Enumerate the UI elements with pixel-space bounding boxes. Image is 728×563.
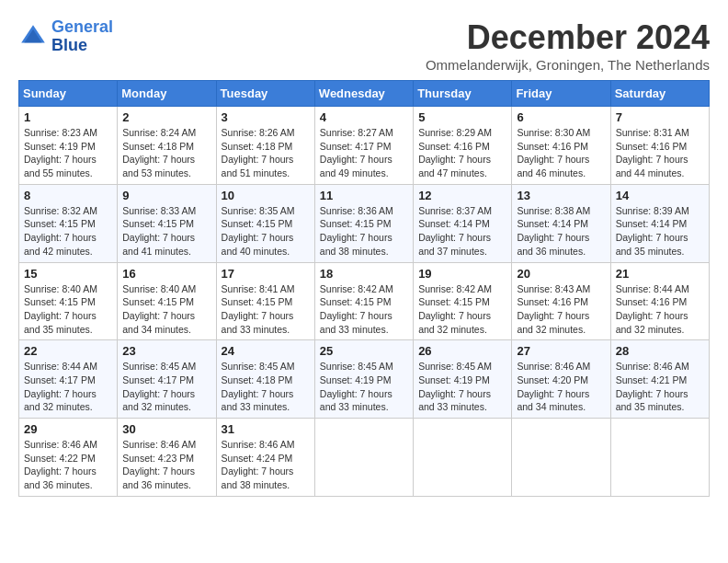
calendar-cell: 18 Sunrise: 8:42 AMSunset: 4:15 PMDaylig… — [314, 262, 413, 340]
calendar-cell — [512, 419, 610, 497]
header: General Blue December 2024 Ommelanderwij… — [18, 18, 710, 73]
day-info: Sunrise: 8:46 AMSunset: 4:24 PMDaylight:… — [222, 438, 310, 492]
day-info: Sunrise: 8:32 AMSunset: 4:15 PMDaylight:… — [24, 204, 112, 259]
day-info: Sunrise: 8:46 AMSunset: 4:23 PMDaylight:… — [122, 438, 210, 492]
day-number: 5 — [418, 110, 506, 124]
day-number: 31 — [222, 422, 310, 436]
day-info: Sunrise: 8:35 AMSunset: 4:15 PMDaylight:… — [222, 204, 310, 259]
calendar-cell: 22 Sunrise: 8:44 AMSunset: 4:17 PMDaylig… — [19, 340, 118, 419]
calendar-cell: 20 Sunrise: 8:43 AMSunset: 4:16 PMDaylig… — [512, 262, 610, 340]
weekday-header-sunday: Sunday — [19, 81, 118, 107]
calendar-cell: 23 Sunrise: 8:45 AMSunset: 4:17 PMDaylig… — [118, 340, 216, 419]
calendar-cell: 14 Sunrise: 8:39 AMSunset: 4:14 PMDaylig… — [610, 184, 709, 262]
calendar-cell — [314, 419, 413, 497]
day-number: 18 — [320, 267, 408, 281]
day-number: 8 — [24, 189, 112, 202]
calendar-cell: 29 Sunrise: 8:46 AMSunset: 4:22 PMDaylig… — [19, 419, 118, 497]
day-number: 27 — [517, 344, 605, 358]
day-info: Sunrise: 8:29 AMSunset: 4:16 PMDaylight:… — [418, 126, 506, 180]
calendar-cell: 28 Sunrise: 8:46 AMSunset: 4:21 PMDaylig… — [610, 340, 709, 419]
calendar-cell: 11 Sunrise: 8:36 AMSunset: 4:15 PMDaylig… — [314, 184, 413, 262]
day-info: Sunrise: 8:38 AMSunset: 4:14 PMDaylight:… — [517, 204, 605, 259]
day-info: Sunrise: 8:44 AMSunset: 4:17 PMDaylight:… — [24, 360, 112, 414]
day-info: Sunrise: 8:46 AMSunset: 4:21 PMDaylight:… — [616, 360, 704, 414]
calendar-cell: 7 Sunrise: 8:31 AMSunset: 4:16 PMDayligh… — [610, 107, 709, 185]
calendar-cell: 15 Sunrise: 8:40 AMSunset: 4:15 PMDaylig… — [19, 262, 118, 340]
calendar-cell: 16 Sunrise: 8:40 AMSunset: 4:15 PMDaylig… — [118, 262, 216, 340]
day-number: 25 — [320, 344, 408, 358]
day-info: Sunrise: 8:42 AMSunset: 4:15 PMDaylight:… — [320, 282, 408, 337]
day-info: Sunrise: 8:39 AMSunset: 4:14 PMDaylight:… — [616, 204, 704, 259]
day-info: Sunrise: 8:23 AMSunset: 4:19 PMDaylight:… — [24, 126, 112, 180]
calendar-cell: 30 Sunrise: 8:46 AMSunset: 4:23 PMDaylig… — [118, 419, 216, 497]
day-info: Sunrise: 8:42 AMSunset: 4:15 PMDaylight:… — [418, 282, 506, 337]
day-number: 10 — [222, 189, 310, 202]
day-number: 15 — [24, 267, 112, 281]
day-info: Sunrise: 8:27 AMSunset: 4:17 PMDaylight:… — [320, 126, 408, 180]
weekday-header-wednesday: Wednesday — [314, 81, 413, 107]
day-number: 6 — [517, 110, 605, 124]
calendar-cell: 5 Sunrise: 8:29 AMSunset: 4:16 PMDayligh… — [414, 107, 512, 185]
calendar-body: 1 Sunrise: 8:23 AMSunset: 4:19 PMDayligh… — [19, 107, 710, 497]
day-number: 21 — [616, 267, 704, 281]
calendar-table: SundayMondayTuesdayWednesdayThursdayFrid… — [18, 80, 710, 497]
day-info: Sunrise: 8:41 AMSunset: 4:15 PMDaylight:… — [222, 282, 310, 337]
day-info: Sunrise: 8:26 AMSunset: 4:18 PMDaylight:… — [222, 126, 310, 180]
calendar-cell: 10 Sunrise: 8:35 AMSunset: 4:15 PMDaylig… — [216, 184, 314, 262]
day-number: 23 — [122, 344, 210, 358]
calendar-week-3: 15 Sunrise: 8:40 AMSunset: 4:15 PMDaylig… — [19, 262, 710, 340]
day-info: Sunrise: 8:45 AMSunset: 4:17 PMDaylight:… — [122, 360, 210, 414]
calendar-cell: 8 Sunrise: 8:32 AMSunset: 4:15 PMDayligh… — [19, 184, 118, 262]
weekday-header-friday: Friday — [512, 81, 610, 107]
day-info: Sunrise: 8:40 AMSunset: 4:15 PMDaylight:… — [122, 282, 210, 337]
day-number: 19 — [418, 267, 506, 281]
calendar-cell: 2 Sunrise: 8:24 AMSunset: 4:18 PMDayligh… — [118, 107, 216, 185]
day-info: Sunrise: 8:45 AMSunset: 4:18 PMDaylight:… — [222, 360, 310, 414]
weekday-header-saturday: Saturday — [610, 81, 709, 107]
day-info: Sunrise: 8:24 AMSunset: 4:18 PMDaylight:… — [122, 126, 210, 180]
calendar-week-4: 22 Sunrise: 8:44 AMSunset: 4:17 PMDaylig… — [19, 340, 710, 419]
day-info: Sunrise: 8:33 AMSunset: 4:15 PMDaylight:… — [122, 204, 210, 259]
logo-text: General Blue — [51, 18, 113, 55]
calendar-cell — [610, 419, 709, 497]
day-number: 17 — [222, 267, 310, 281]
calendar-cell: 6 Sunrise: 8:30 AMSunset: 4:16 PMDayligh… — [512, 107, 610, 185]
day-number: 7 — [616, 110, 704, 124]
calendar-week-2: 8 Sunrise: 8:32 AMSunset: 4:15 PMDayligh… — [19, 184, 710, 262]
day-number: 24 — [222, 344, 310, 358]
day-number: 11 — [320, 189, 408, 202]
calendar-cell: 13 Sunrise: 8:38 AMSunset: 4:14 PMDaylig… — [512, 184, 610, 262]
weekday-header-monday: Monday — [118, 81, 216, 107]
day-info: Sunrise: 8:46 AMSunset: 4:22 PMDaylight:… — [24, 438, 112, 492]
day-number: 20 — [517, 267, 605, 281]
day-number: 22 — [24, 344, 112, 358]
day-info: Sunrise: 8:30 AMSunset: 4:16 PMDaylight:… — [517, 126, 605, 180]
calendar-cell: 4 Sunrise: 8:27 AMSunset: 4:17 PMDayligh… — [314, 107, 413, 185]
calendar-cell: 3 Sunrise: 8:26 AMSunset: 4:18 PMDayligh… — [216, 107, 314, 185]
day-info: Sunrise: 8:45 AMSunset: 4:19 PMDaylight:… — [418, 360, 506, 414]
day-number: 26 — [418, 344, 506, 358]
calendar-week-1: 1 Sunrise: 8:23 AMSunset: 4:19 PMDayligh… — [19, 107, 710, 185]
calendar-cell: 12 Sunrise: 8:37 AMSunset: 4:14 PMDaylig… — [414, 184, 512, 262]
calendar-cell: 9 Sunrise: 8:33 AMSunset: 4:15 PMDayligh… — [118, 184, 216, 262]
calendar-cell: 21 Sunrise: 8:44 AMSunset: 4:16 PMDaylig… — [610, 262, 709, 340]
calendar-cell: 27 Sunrise: 8:46 AMSunset: 4:20 PMDaylig… — [512, 340, 610, 419]
calendar-cell — [414, 419, 512, 497]
logo: General Blue — [18, 18, 113, 55]
weekday-header-tuesday: Tuesday — [216, 81, 314, 107]
day-info: Sunrise: 8:43 AMSunset: 4:16 PMDaylight:… — [517, 282, 605, 337]
day-info: Sunrise: 8:36 AMSunset: 4:15 PMDaylight:… — [320, 204, 408, 259]
day-number: 16 — [122, 267, 210, 281]
day-number: 28 — [616, 344, 704, 358]
calendar-cell: 31 Sunrise: 8:46 AMSunset: 4:24 PMDaylig… — [216, 419, 314, 497]
calendar-cell: 26 Sunrise: 8:45 AMSunset: 4:19 PMDaylig… — [414, 340, 512, 419]
title-block: December 2024 Ommelanderwijk, Groningen,… — [426, 18, 710, 73]
day-info: Sunrise: 8:31 AMSunset: 4:16 PMDaylight:… — [616, 126, 704, 180]
weekday-header-thursday: Thursday — [414, 81, 512, 107]
calendar-cell: 24 Sunrise: 8:45 AMSunset: 4:18 PMDaylig… — [216, 340, 314, 419]
day-number: 29 — [24, 422, 112, 436]
day-number: 3 — [222, 110, 310, 124]
calendar-cell: 19 Sunrise: 8:42 AMSunset: 4:15 PMDaylig… — [414, 262, 512, 340]
day-number: 30 — [122, 422, 210, 436]
day-number: 13 — [517, 189, 605, 202]
